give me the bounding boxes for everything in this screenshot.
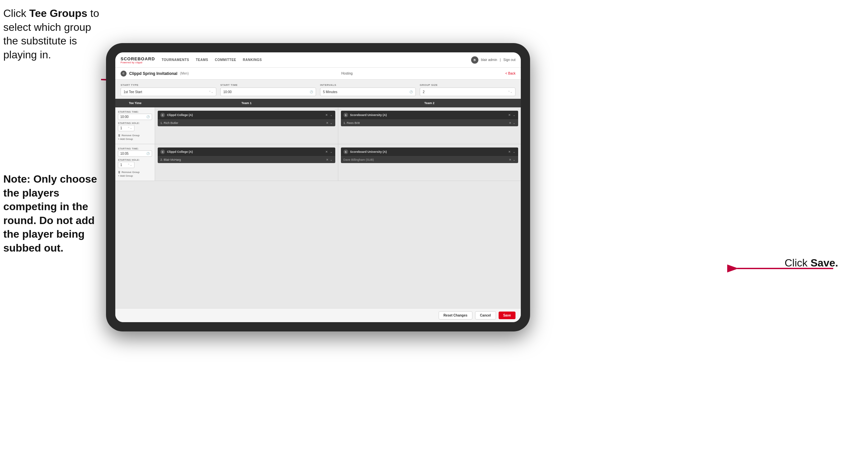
team1-player-row-1: 1. Rich Butler ✕ ⌄ (158, 119, 335, 126)
remove-group-btn-1[interactable]: 🗑 Remove Group (118, 134, 152, 137)
remove-group-btn-2[interactable]: 🗑 Remove Group (118, 171, 152, 174)
group-size-value: 2 (423, 90, 425, 94)
team2-cell-1: S Scoreboard University (A) ✕ ⌄ 1. Rees … (338, 107, 521, 144)
team2-icon-1: S (344, 113, 348, 117)
team2-chevron-2[interactable]: ⌄ (513, 150, 516, 153)
reset-changes-button[interactable]: Reset Changes (439, 311, 472, 320)
team1-actions-2: ✕ ⌄ (326, 150, 333, 153)
nav-rankings[interactable]: RANKINGS (243, 57, 262, 63)
team2-remove-1[interactable]: ✕ (508, 113, 511, 117)
subheader-back[interactable]: < Back (505, 71, 516, 75)
team2-player-chevron-2[interactable]: ⌄ (513, 158, 516, 162)
start-type-input[interactable]: 1st Tee Start ⌃⌄ (121, 88, 216, 96)
starting-time-value-1[interactable]: 10:00 🕐 (118, 114, 152, 120)
remove-group-label-1: Remove Group (122, 134, 140, 137)
nav-signout[interactable]: Sign out (503, 58, 516, 62)
save-button[interactable]: Save (499, 312, 516, 319)
remove-group-label-2: Remove Group (122, 171, 140, 174)
starting-time-label-1: STARTING TIME: (118, 111, 152, 113)
team1-cell-1: C Clippd College (A) ✕ ⌄ 1. Rich Butler … (155, 107, 338, 144)
starting-hole-label-2: STARTING HOLE: (118, 159, 152, 161)
team2-header-2: S Scoreboard University (A) ✕ ⌄ (341, 147, 519, 156)
nav-tournaments[interactable]: TOURNAMENTS (162, 57, 189, 63)
add-group-label-1: + Add Group (118, 138, 133, 141)
table-row: STARTING TIME: 10:00 🕐 STARTING HOLE: 1 … (115, 107, 521, 144)
nav-committee[interactable]: COMMITTEE (215, 57, 237, 63)
hole-arrow-2: ⌃⌄ (128, 164, 132, 166)
starting-hole-value-2[interactable]: 1 ⌃⌄ (118, 162, 134, 168)
team1-remove-1[interactable]: ✕ (326, 113, 328, 117)
team2-card-1: S Scoreboard University (A) ✕ ⌄ 1. Rees … (341, 111, 519, 126)
team2-player-remove-2[interactable]: ✕ (509, 158, 512, 162)
add-group-btn-2[interactable]: + Add Group (118, 174, 152, 177)
add-group-btn-1[interactable]: + Add Group (118, 138, 152, 141)
starting-time-value-2[interactable]: 10:05 🕐 (118, 150, 152, 157)
team1-icon-2: C (160, 149, 165, 154)
start-time-input[interactable]: 10:00 🕐 (220, 88, 316, 96)
logo-sub: Powered by clippd (121, 61, 155, 64)
team2-player-1: 1. Rees Britt (344, 121, 509, 125)
team1-chevron-2[interactable]: ⌄ (330, 150, 333, 153)
starting-time-label-2: STARTING TIME: (118, 147, 152, 150)
logo-title: SCOREBOARD (121, 56, 155, 61)
team1-player-chevron-1[interactable]: ⌄ (330, 121, 333, 125)
remove-icon-2: 🗑 (118, 171, 121, 174)
form-group-group-size: Group Size 2 ⌃⌄ (420, 84, 516, 96)
intervals-value: 5 Minutes (323, 90, 337, 94)
subheader-badge: (Men) (180, 71, 188, 75)
table-header: Tee Time Team 1 Team 2 (115, 99, 521, 107)
team2-chevron-1[interactable]: ⌄ (513, 113, 516, 117)
team2-player-remove-1[interactable]: ✕ (509, 121, 512, 125)
nav-separator: | (500, 58, 501, 62)
nav-avatar: B (471, 56, 478, 64)
cancel-button[interactable]: Cancel (475, 311, 496, 320)
tee-time-cell-1: STARTING TIME: 10:00 🕐 STARTING HOLE: 1 … (115, 107, 155, 144)
form-group-start-time: Start Time 10:00 🕐 (220, 84, 316, 96)
click-save-instruction: Click Save. (784, 257, 838, 269)
start-time-value: 10:00 (223, 90, 231, 94)
team2-name-2: Scoreboard University (A) (350, 150, 508, 153)
team1-player-row-2: 2. Blair McHarg ✕ ⌄ (158, 156, 335, 163)
nav-logo: SCOREBOARD Powered by clippd (121, 56, 155, 64)
intervals-input[interactable]: 5 Minutes 🕐 (320, 88, 416, 96)
col-tee-time: Tee Time (115, 99, 155, 107)
team1-chevron-1[interactable]: ⌄ (330, 113, 333, 117)
table-body: STARTING TIME: 10:00 🕐 STARTING HOLE: 1 … (115, 107, 521, 308)
team1-player-chevron-2[interactable]: ⌄ (330, 158, 333, 162)
team1-player-remove-1[interactable]: ✕ (326, 121, 329, 125)
team2-player-chevron-1[interactable]: ⌄ (513, 121, 516, 125)
team1-actions-1: ✕ ⌄ (326, 113, 333, 117)
subheader-icon: C (121, 70, 127, 77)
team1-cell-2: C Clippd College (A) ✕ ⌄ 2. Blair McHarg… (155, 144, 338, 181)
start-time-clock-icon: 🕐 (310, 90, 313, 93)
team1-remove-2[interactable]: ✕ (326, 150, 328, 153)
subheader-title: Clippd Spring Invitational (129, 71, 177, 76)
tablet-screen: SCOREBOARD Powered by clippd TOURNAMENTS… (115, 52, 521, 322)
starting-time-1: 10:00 (120, 115, 128, 119)
intervals-label: Intervals (320, 84, 416, 87)
team2-player-row-1: 1. Rees Britt ✕ ⌄ (341, 119, 519, 126)
team1-player-1: 1. Rich Butler (160, 121, 326, 125)
intervals-clock-icon: 🕐 (409, 90, 413, 93)
team1-player-2: 2. Blair McHarg (160, 158, 326, 162)
nav-teams[interactable]: TEAMS (196, 57, 208, 63)
add-group-label-2: + Add Group (118, 174, 133, 177)
team1-player-remove-2[interactable]: ✕ (326, 158, 329, 162)
team1-name-1: Clippd College (A) (167, 113, 326, 117)
form-area: Start Type 1st Tee Start ⌃⌄ Start Time 1… (115, 80, 521, 99)
hole-arrow-1: ⌃⌄ (128, 126, 132, 129)
start-type-label: Start Type (121, 84, 216, 87)
group-size-input[interactable]: 2 ⌃⌄ (420, 88, 516, 96)
instruction-text-part1: Click (3, 7, 29, 19)
team2-remove-2[interactable]: ✕ (508, 150, 511, 153)
note-bold: Only choose the players competing in the… (3, 173, 97, 254)
tee-time-cell-2: STARTING TIME: 10:05 🕐 STARTING HOLE: 1 … (115, 144, 155, 181)
footer: Reset Changes Cancel Save (115, 308, 521, 322)
team1-name-2: Clippd College (A) (167, 150, 326, 153)
group-size-label: Group Size (420, 84, 516, 87)
start-type-value: 1st Tee Start (124, 90, 142, 94)
click-save-bold: Save. (810, 257, 838, 269)
starting-hole-value-1[interactable]: 1 ⌃⌄ (118, 125, 134, 131)
nav-username: blair admin (481, 58, 497, 62)
starting-time-2: 10:05 (120, 152, 128, 155)
